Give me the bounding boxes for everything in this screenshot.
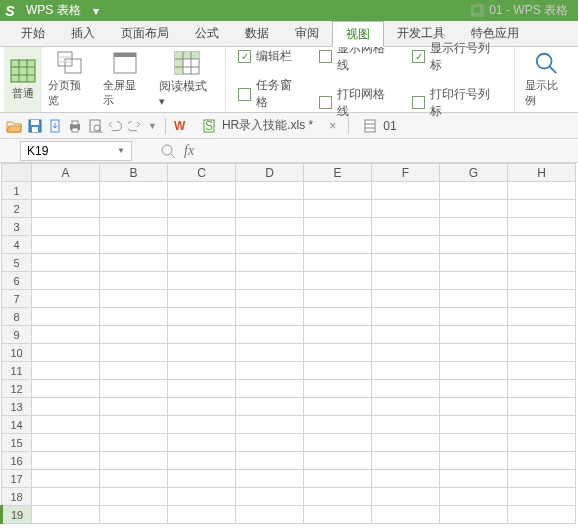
cell-B16[interactable] xyxy=(100,452,168,470)
cell-G19[interactable] xyxy=(440,506,508,524)
cell-H1[interactable] xyxy=(508,182,576,200)
name-box[interactable]: K19 ▼ xyxy=(20,141,132,161)
cell-C5[interactable] xyxy=(168,254,236,272)
row-header-9[interactable]: 9 xyxy=(2,326,32,344)
cell-H13[interactable] xyxy=(508,398,576,416)
col-header-E[interactable]: E xyxy=(304,164,372,182)
cell-D15[interactable] xyxy=(236,434,304,452)
cell-F6[interactable] xyxy=(372,272,440,290)
cell-G15[interactable] xyxy=(440,434,508,452)
cell-B7[interactable] xyxy=(100,290,168,308)
row-header-13[interactable]: 13 xyxy=(2,398,32,416)
redo-icon[interactable] xyxy=(128,119,142,133)
col-header-F[interactable]: F xyxy=(372,164,440,182)
cell-D6[interactable] xyxy=(236,272,304,290)
cell-A10[interactable] xyxy=(32,344,100,362)
cell-E8[interactable] xyxy=(304,308,372,326)
cell-C7[interactable] xyxy=(168,290,236,308)
col-header-D[interactable]: D xyxy=(236,164,304,182)
cell-E6[interactable] xyxy=(304,272,372,290)
cell-E19[interactable] xyxy=(304,506,372,524)
cell-E13[interactable] xyxy=(304,398,372,416)
cell-A19[interactable] xyxy=(32,506,100,524)
cell-B15[interactable] xyxy=(100,434,168,452)
row-header-2[interactable]: 2 xyxy=(2,200,32,218)
cell-E16[interactable] xyxy=(304,452,372,470)
cell-A4[interactable] xyxy=(32,236,100,254)
wps-logo-icon[interactable]: W xyxy=(174,119,190,133)
cell-H15[interactable] xyxy=(508,434,576,452)
cell-G17[interactable] xyxy=(440,470,508,488)
cell-H5[interactable] xyxy=(508,254,576,272)
cell-A18[interactable] xyxy=(32,488,100,506)
cell-H6[interactable] xyxy=(508,272,576,290)
cell-F2[interactable] xyxy=(372,200,440,218)
cell-F1[interactable] xyxy=(372,182,440,200)
cell-G9[interactable] xyxy=(440,326,508,344)
app-menu-dropdown[interactable]: ▾ xyxy=(87,4,105,18)
cell-B13[interactable] xyxy=(100,398,168,416)
cell-D9[interactable] xyxy=(236,326,304,344)
cell-F8[interactable] xyxy=(372,308,440,326)
cell-B8[interactable] xyxy=(100,308,168,326)
cell-A17[interactable] xyxy=(32,470,100,488)
cell-D3[interactable] xyxy=(236,218,304,236)
cell-H16[interactable] xyxy=(508,452,576,470)
cell-B11[interactable] xyxy=(100,362,168,380)
document-tab-1[interactable]: S HR录入技能.xls * xyxy=(196,113,319,138)
cell-B4[interactable] xyxy=(100,236,168,254)
undo-icon[interactable] xyxy=(108,119,122,133)
row-header-19[interactable]: 19 xyxy=(2,506,32,524)
col-header-B[interactable]: B xyxy=(100,164,168,182)
cell-A13[interactable] xyxy=(32,398,100,416)
cell-D10[interactable] xyxy=(236,344,304,362)
cell-C3[interactable] xyxy=(168,218,236,236)
cell-H9[interactable] xyxy=(508,326,576,344)
cell-D13[interactable] xyxy=(236,398,304,416)
row-header-1[interactable]: 1 xyxy=(2,182,32,200)
row-header-12[interactable]: 12 xyxy=(2,380,32,398)
cell-E2[interactable] xyxy=(304,200,372,218)
function-wizard-icon[interactable] xyxy=(160,143,176,159)
cell-F17[interactable] xyxy=(372,470,440,488)
cell-C8[interactable] xyxy=(168,308,236,326)
open-icon[interactable] xyxy=(6,119,22,133)
col-header-C[interactable]: C xyxy=(168,164,236,182)
cell-E9[interactable] xyxy=(304,326,372,344)
cell-H11[interactable] xyxy=(508,362,576,380)
spreadsheet[interactable]: ABCDEFGH12345678910111213141516171819 xyxy=(0,163,578,524)
row-header-17[interactable]: 17 xyxy=(2,470,32,488)
fx-label[interactable]: fx xyxy=(184,143,194,159)
cell-C13[interactable] xyxy=(168,398,236,416)
cell-G8[interactable] xyxy=(440,308,508,326)
cell-D17[interactable] xyxy=(236,470,304,488)
cell-E4[interactable] xyxy=(304,236,372,254)
row-header-4[interactable]: 4 xyxy=(2,236,32,254)
cell-C18[interactable] xyxy=(168,488,236,506)
cell-B14[interactable] xyxy=(100,416,168,434)
menu-6[interactable]: 视图 xyxy=(332,21,384,47)
cell-E12[interactable] xyxy=(304,380,372,398)
checkbox-打印行号列标[interactable]: 打印行号列标 xyxy=(404,84,509,122)
cell-F13[interactable] xyxy=(372,398,440,416)
cell-C10[interactable] xyxy=(168,344,236,362)
row-header-3[interactable]: 3 xyxy=(2,218,32,236)
cell-F9[interactable] xyxy=(372,326,440,344)
cell-A7[interactable] xyxy=(32,290,100,308)
menu-3[interactable]: 公式 xyxy=(182,21,232,46)
zoom-button[interactable]: 显示比例 xyxy=(519,47,574,112)
cell-B1[interactable] xyxy=(100,182,168,200)
cell-H12[interactable] xyxy=(508,380,576,398)
cell-D18[interactable] xyxy=(236,488,304,506)
cell-C2[interactable] xyxy=(168,200,236,218)
cell-B19[interactable] xyxy=(100,506,168,524)
document-tab-2[interactable]: 01 xyxy=(357,113,402,138)
cell-G7[interactable] xyxy=(440,290,508,308)
cell-C12[interactable] xyxy=(168,380,236,398)
cell-D7[interactable] xyxy=(236,290,304,308)
cell-G14[interactable] xyxy=(440,416,508,434)
cell-G3[interactable] xyxy=(440,218,508,236)
save-icon[interactable] xyxy=(28,119,42,133)
print-icon[interactable] xyxy=(68,119,82,133)
tab-close-button[interactable]: × xyxy=(325,119,340,133)
